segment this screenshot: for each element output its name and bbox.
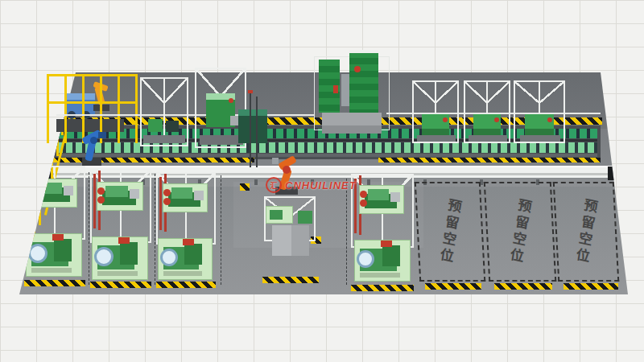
- fence-rail-top: [47, 74, 137, 76]
- conveyor-edge: [56, 154, 597, 157]
- press-tower-right: [349, 51, 378, 119]
- machine-block: [382, 245, 400, 266]
- machine-cell-2[interactable]: [87, 167, 155, 290]
- red-dot: [443, 117, 448, 122]
- watermark: 汇 CNHUILINET: [266, 175, 370, 195]
- machine-shadow: [97, 271, 138, 276]
- hazard-bar: [156, 282, 216, 288]
- red-dot: [354, 66, 361, 72]
- station-mat: [266, 206, 293, 224]
- hazard-bar: [494, 283, 552, 290]
- station-base: [200, 135, 243, 145]
- gantry-station-5[interactable]: [514, 80, 565, 143]
- red-cylinder: [163, 198, 171, 205]
- frame-post: [163, 79, 165, 143]
- robot-arm-blue[interactable]: [71, 127, 109, 169]
- red-dot: [229, 98, 233, 103]
- dark-machine[interactable]: [238, 109, 267, 143]
- hazard-bar: [24, 280, 85, 286]
- machine-body: [368, 189, 389, 200]
- motor-box: [194, 191, 204, 200]
- red-cap: [118, 237, 130, 244]
- gantry-post: [256, 97, 258, 167]
- dark-machine-top: [238, 109, 267, 116]
- dark-unit: [166, 121, 179, 132]
- green-unit: [148, 119, 163, 132]
- machine-shadow: [360, 273, 400, 278]
- gantry-truss: [196, 69, 245, 97]
- machine-mat-lower: [354, 240, 411, 282]
- machine-body: [105, 186, 128, 197]
- red-cap: [52, 234, 64, 241]
- machine-mat-lower: [158, 238, 213, 280]
- gantry-station-4[interactable]: [464, 80, 510, 143]
- red-cap: [183, 239, 194, 245]
- machine-dial: [94, 247, 114, 266]
- reserved-slot-1: 预留空位: [415, 182, 485, 282]
- small-machine: [270, 210, 283, 220]
- factory-3d-viewport[interactable]: 预留空位 预留空位 预留空位: [0, 0, 644, 362]
- green-unit: [298, 211, 312, 224]
- gantry-post: [250, 93, 251, 167]
- red-pipe: [159, 177, 162, 230]
- blue-machine-top: [64, 93, 95, 100]
- cell-divider: [221, 175, 221, 285]
- reserved-slot-label: 预留空位: [571, 196, 601, 266]
- hazard-bar: [90, 282, 151, 288]
- machine-shadow: [31, 268, 72, 273]
- machine-body: [171, 187, 192, 199]
- robot-joint: [283, 166, 291, 174]
- red-cylinder: [97, 187, 105, 195]
- red-cylinder: [163, 189, 171, 196]
- red-cap: [381, 241, 392, 247]
- motor-box: [64, 186, 73, 195]
- watermark-text: CNHUILINET: [285, 179, 357, 191]
- red-cylinder: [360, 200, 367, 207]
- station-base: [417, 135, 456, 142]
- reserved-slot-3: 预留空位: [553, 182, 619, 282]
- fence-post: [118, 74, 120, 143]
- hazard-bar: [564, 283, 618, 290]
- green-unit-base: [473, 129, 501, 135]
- machine-dial: [357, 250, 374, 268]
- station-base: [143, 135, 185, 143]
- tower-cap: [349, 50, 378, 53]
- watermark-logo-icon: 汇: [266, 177, 282, 193]
- red-fitting: [333, 85, 338, 93]
- machine-block: [54, 239, 72, 261]
- gantry-station-3[interactable]: [412, 80, 459, 143]
- machine-mat-upper: [163, 183, 208, 212]
- pedestal-shadow: [322, 125, 382, 134]
- fence-post: [64, 74, 67, 143]
- control-cabinet: [272, 225, 309, 256]
- post-flag: [248, 90, 253, 93]
- machine-cell-3[interactable]: [153, 171, 219, 290]
- machine-shadow: [163, 271, 202, 276]
- fence-post: [47, 74, 49, 143]
- robot-counterweight: [98, 132, 106, 138]
- fence-post: [135, 74, 138, 143]
- machine-mat-lower: [26, 233, 82, 277]
- reserved-slot-label: 预留空位: [505, 196, 535, 266]
- fence-rail-mid: [47, 101, 137, 104]
- hazard-bar: [425, 283, 481, 290]
- machine-mat-lower: [92, 237, 148, 280]
- red-dot: [494, 117, 499, 122]
- reserved-slot-label: 预留空位: [435, 196, 465, 266]
- motor-box: [390, 192, 400, 202]
- green-unit-base: [525, 129, 554, 135]
- machine-block: [120, 242, 138, 265]
- hazard-strip-right: [378, 158, 601, 162]
- press-column: [341, 74, 349, 106]
- reserved-slot-2: 预留空位: [484, 182, 556, 282]
- hazard-block: [240, 183, 250, 191]
- gantry-station-1[interactable]: [140, 77, 188, 146]
- hazard-bar: [262, 277, 319, 283]
- robot-wrist: [272, 158, 279, 164]
- machine-block: [184, 244, 202, 265]
- station-base: [520, 135, 560, 142]
- green-unit-base: [422, 129, 449, 135]
- central-press-machine[interactable]: [314, 50, 391, 137]
- hazard-bar: [351, 285, 414, 291]
- station-base: [469, 135, 507, 142]
